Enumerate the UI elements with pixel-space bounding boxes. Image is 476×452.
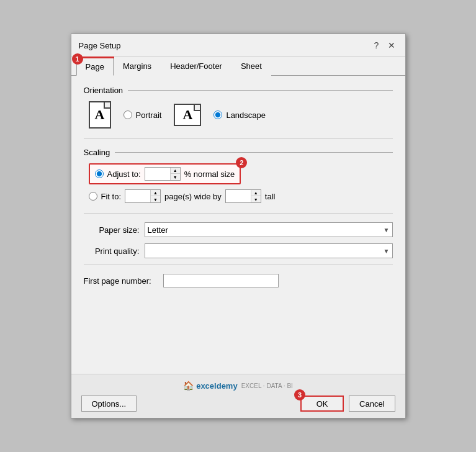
adjust-to-radio[interactable] — [95, 170, 104, 178]
title-bar: Page Setup ? ✕ — [71, 34, 405, 57]
print-quality-dropdown[interactable]: ▼ — [145, 243, 393, 258]
tab-page[interactable]: 1 Page — [76, 57, 114, 76]
print-quality-row: Print quality: ▼ — [84, 243, 393, 258]
landscape-icon: A — [174, 104, 201, 126]
landscape-option[interactable]: Landscape — [213, 111, 266, 120]
orientation-row: A Portrait A Landscape — [84, 101, 393, 129]
fit-to-row: Fit to: 1 ▲ ▼ page(s) wide by 1 ▲ ▼ — [84, 189, 393, 203]
fit-tall-down-button[interactable]: ▼ — [251, 196, 261, 202]
adjust-to-row: Adjust to: 80 ▲ ▼ % normal size 2 — [84, 163, 393, 184]
paper-size-dropdown[interactable]: Letter ▼ — [145, 222, 393, 237]
ok-badge-wrapper: 3 OK — [300, 396, 344, 412]
dialog-content: Orientation A Portrait A Landscape — [71, 76, 405, 374]
first-page-row: First page number: Auto — [84, 274, 393, 287]
landscape-radio[interactable] — [213, 111, 222, 119]
brand-name: exceldemy — [196, 381, 238, 391]
options-button[interactable]: Options... — [81, 396, 137, 412]
print-quality-label: Print quality: — [84, 246, 140, 256]
adjust-to-spinbox-buttons: ▲ ▼ — [170, 168, 180, 180]
fit-tall-spinbox-buttons: ▲ ▼ — [251, 190, 261, 202]
tall-label: tall — [265, 192, 276, 201]
fit-to-radio[interactable] — [89, 192, 97, 201]
section-divider-2 — [84, 213, 393, 214]
house-icon: 🏠 — [183, 381, 194, 391]
footer-buttons: Options... 3 OK Cancel — [81, 396, 395, 412]
fit-tall-spinbox[interactable]: 1 ▲ ▼ — [225, 189, 261, 203]
adjust-to-input[interactable]: 80 — [145, 168, 170, 180]
adjust-to-spinbox[interactable]: 80 ▲ ▼ — [145, 167, 181, 181]
ok-badge: 3 — [294, 389, 305, 400]
orientation-section-label: Orientation — [84, 86, 393, 95]
scaling-badge-wrapper: Adjust to: 80 ▲ ▼ % normal size 2 — [89, 163, 241, 184]
cancel-button[interactable]: Cancel — [349, 396, 395, 412]
help-button[interactable]: ? — [370, 39, 383, 52]
section-divider-1 — [84, 138, 393, 139]
portrait-radio[interactable] — [123, 111, 132, 119]
tabs-bar: 1 Page Margins Header/Footer Sheet — [71, 57, 405, 76]
fit-tall-up-button[interactable]: ▲ — [251, 190, 261, 196]
dialog-footer: 🏠 exceldemy EXCEL · DATA · BI Options...… — [71, 374, 405, 418]
fit-wide-spinbox[interactable]: 1 ▲ ▼ — [125, 189, 161, 203]
pages-wide-label: page(s) wide by — [164, 192, 222, 201]
brand-sub: EXCEL · DATA · BI — [241, 382, 293, 389]
adjust-to-down-button[interactable]: ▼ — [170, 174, 180, 180]
paper-size-label: Paper size: — [84, 225, 140, 235]
section-divider-3 — [84, 264, 393, 265]
scaling-section-label: Scaling — [84, 148, 393, 157]
adjust-to-up-button[interactable]: ▲ — [170, 168, 180, 174]
portrait-option[interactable]: Portrait — [123, 111, 162, 120]
tab-sheet[interactable]: Sheet — [231, 57, 271, 76]
adjust-to-option[interactable]: Adjust to: — [95, 170, 141, 179]
portrait-icon: A — [89, 101, 111, 129]
adjust-unit-label: % normal size — [184, 170, 235, 179]
first-page-input[interactable]: Auto — [163, 274, 279, 287]
tab-page-badge: 1 — [72, 53, 83, 65]
tab-margins[interactable]: Margins — [114, 57, 161, 76]
exceldemy-logo: 🏠 exceldemy — [183, 381, 238, 391]
paper-size-arrow-icon: ▼ — [384, 227, 390, 233]
print-quality-arrow-icon: ▼ — [384, 248, 390, 255]
fit-to-option[interactable]: Fit to: — [89, 192, 122, 201]
title-bar-left: Page Setup — [79, 41, 121, 50]
scaling-section: Scaling Adjust to: 80 ▲ ▼ — [84, 148, 393, 203]
fit-wide-down-button[interactable]: ▼ — [150, 196, 160, 202]
paper-size-value: Letter — [148, 225, 168, 235]
scaling-badge: 2 — [236, 157, 247, 168]
adjust-to-highlight: Adjust to: 80 ▲ ▼ % normal size — [89, 163, 241, 184]
dialog-title: Page Setup — [79, 41, 121, 50]
ok-button[interactable]: OK — [300, 396, 344, 412]
close-button[interactable]: ✕ — [385, 39, 398, 52]
fit-tall-input[interactable]: 1 — [226, 190, 251, 202]
fit-wide-spinbox-buttons: ▲ ▼ — [150, 190, 160, 202]
page-setup-dialog: Page Setup ? ✕ 1 Page Margins Header/Foo… — [71, 34, 406, 418]
paper-size-row: Paper size: Letter ▼ — [84, 222, 393, 237]
tab-headerfooter[interactable]: Header/Footer — [161, 57, 231, 76]
fit-wide-up-button[interactable]: ▲ — [150, 190, 160, 196]
first-page-label: First page number: — [84, 276, 158, 286]
title-bar-controls: ? ✕ — [370, 39, 398, 52]
fit-wide-input[interactable]: 1 — [125, 190, 150, 202]
exceldemy-banner: 🏠 exceldemy EXCEL · DATA · BI — [81, 381, 395, 391]
